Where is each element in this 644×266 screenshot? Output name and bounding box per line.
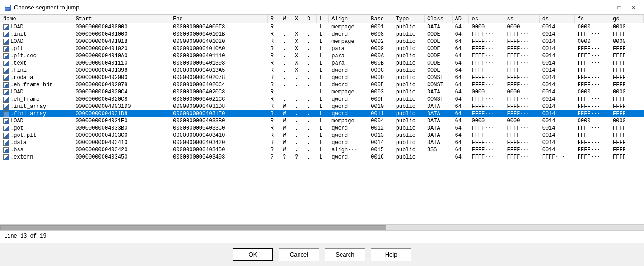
cell-w: . <box>280 31 292 38</box>
search-button[interactable]: Search <box>325 248 365 261</box>
table-row[interactable]: .fini_array00000000004031D80000000000403… <box>0 110 644 117</box>
cell-w: . <box>280 67 292 74</box>
cell-end: 0000000000403410 <box>170 132 268 139</box>
cell-d: . <box>304 125 317 132</box>
table-body[interactable]: LOAD000000000040000000000000004006F8R...… <box>0 23 644 161</box>
table-row[interactable]: .eh_frame_hdr000000000040207800000000004… <box>0 81 644 89</box>
col-header-ad: AD <box>452 15 469 23</box>
row-icon <box>3 118 9 124</box>
cell-gs: FFFF <box>610 81 643 89</box>
table-row[interactable]: .bss00000000004034200000000000403450RW..… <box>0 146 644 154</box>
cell-end: 000000000040101B <box>170 31 268 38</box>
cell-w: W <box>280 146 292 154</box>
cell-base: 0010 <box>368 103 393 110</box>
cell-type: public <box>393 139 424 146</box>
horizontal-scrollbar[interactable] <box>0 225 644 230</box>
ok-button[interactable]: OK <box>233 248 273 261</box>
table-row[interactable]: LOAD000000000040101B0000000000401020R.X.… <box>0 38 644 45</box>
cell-base: 0003 <box>368 89 393 96</box>
cell-l: L <box>317 125 329 132</box>
cell-start: 0000000000401110 <box>73 60 170 67</box>
cell-type: public <box>393 45 424 52</box>
table-row[interactable]: .init0000000000401000000000000040101BR.X… <box>0 31 644 38</box>
maximize-button[interactable]: □ <box>613 3 625 13</box>
cell-es: FFFF··· <box>469 52 504 60</box>
cell-name-text: LOAD <box>10 118 23 124</box>
row-icon <box>3 111 9 117</box>
cell-name-text: .plt <box>10 46 23 52</box>
cell-es: FFFF··· <box>469 31 504 38</box>
cell-r: R <box>267 67 280 74</box>
help-button[interactable]: Help <box>371 248 411 261</box>
cell-r: R <box>267 125 280 132</box>
cell-fs: FFFF··· <box>574 45 610 52</box>
cell-name: .init <box>0 31 73 38</box>
cell-es: FFFF··· <box>469 45 504 52</box>
table-row[interactable]: .init_array000000000040031D0000000000040… <box>0 103 644 110</box>
segment-table: Name Start End R W X D L Align Base Type… <box>0 15 644 161</box>
cell-gs: FFFF <box>610 60 643 67</box>
segment-table-container[interactable]: Name Start End R W X D L Align Base Type… <box>0 15 644 225</box>
cell-d: . <box>304 31 317 38</box>
table-row[interactable]: LOAD000000000040000000000000004006F8R...… <box>0 23 644 31</box>
table-row[interactable]: LOAD00000000004031E000000000004033B0RW..… <box>0 117 644 125</box>
cell-w: W <box>280 139 292 146</box>
table-row[interactable]: .data00000000004034100000000000403420RW.… <box>0 139 644 146</box>
cell-ad: 64 <box>452 125 469 132</box>
cell-name: LOAD <box>0 23 73 31</box>
cell-name-text: .got.plt <box>10 132 37 139</box>
cell-w: . <box>280 45 292 52</box>
cell-x: . <box>292 139 304 146</box>
cell-type: public <box>393 96 424 103</box>
cell-name-text: LOAD <box>10 38 23 45</box>
cell-type: public <box>393 110 424 117</box>
cell-ds: 0014 <box>539 31 574 38</box>
scrollbar-thumb[interactable] <box>0 225 386 230</box>
cell-align: dword <box>329 67 368 74</box>
table-row[interactable]: .extern00000000004034500000000000403498?… <box>0 154 644 161</box>
table-row[interactable]: .got00000000004033B000000000004033C0RW..… <box>0 125 644 132</box>
cell-es: 0000 <box>469 23 504 31</box>
cell-ss: FFFF··· <box>504 154 539 161</box>
cancel-button[interactable]: Cancel <box>279 248 319 261</box>
cell-align: para <box>329 52 368 60</box>
cell-es: 0000 <box>469 89 504 96</box>
table-row[interactable]: .got.plt00000000004033C00000000000403410… <box>0 132 644 139</box>
table-row[interactable]: LOAD00000000004020C400000000004020C8R...… <box>0 89 644 96</box>
cell-name: .plt.sec <box>0 52 73 60</box>
table-row[interactable]: .text00000000004011100000000000401398R.X… <box>0 60 644 67</box>
cell-start: 0000000000402078 <box>73 81 170 89</box>
cell-start: 00000000004020C8 <box>73 96 170 103</box>
table-row[interactable]: .fini000000000040139800000000004013A5R.X… <box>0 67 644 74</box>
cell-ad: 64 <box>452 74 469 81</box>
cell-ds: 0014 <box>539 103 574 110</box>
cell-ss: FFFF··· <box>504 96 539 103</box>
table-row[interactable]: .plt000000000040102000000000004010A0R.X.… <box>0 45 644 52</box>
col-header-base: Base <box>368 15 393 23</box>
cell-w: . <box>280 74 292 81</box>
row-icon <box>3 24 9 30</box>
cell-l: L <box>317 74 329 81</box>
cell-align: mempage <box>329 117 368 125</box>
cell-ds: 0014 <box>539 81 574 89</box>
close-button[interactable]: ✕ <box>627 3 640 13</box>
table-row[interactable]: .rodata00000000004020000000000000402078R… <box>0 74 644 81</box>
cell-es: FFFF··· <box>469 81 504 89</box>
cell-start: 0000000000402000 <box>73 74 170 81</box>
row-icon <box>3 75 9 81</box>
cell-w: W <box>280 117 292 125</box>
cell-w: . <box>280 38 292 45</box>
table-row[interactable]: .eh_frame00000000004020C800000000004021C… <box>0 96 644 103</box>
cell-ss: 0000 <box>504 117 539 125</box>
row-icon <box>3 97 9 103</box>
minimize-button[interactable]: ─ <box>598 3 611 13</box>
cell-x: X <box>292 31 304 38</box>
cell-d: . <box>304 81 317 89</box>
cell-fs: FFFF··· <box>574 103 610 110</box>
cell-class: CODE <box>424 60 452 67</box>
cell-start: 0000000000401398 <box>73 67 170 74</box>
cell-gs: FFFF <box>610 96 643 103</box>
col-header-type: Type <box>393 15 424 23</box>
cell-ds: 0014 <box>539 74 574 81</box>
table-row[interactable]: .plt.sec00000000004010A00000000000401110… <box>0 52 644 60</box>
